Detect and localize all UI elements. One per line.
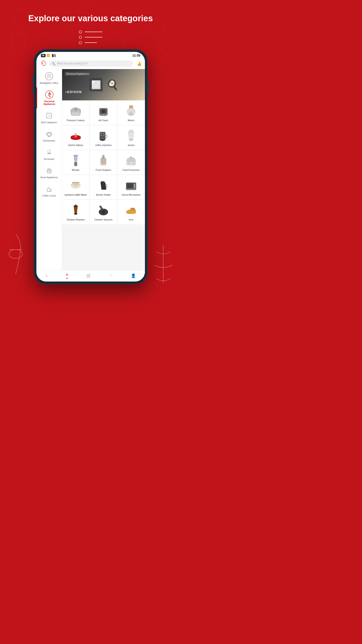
sidebar-item-home[interactable]: Home Appliances [36, 164, 62, 182]
svg-point-77 [75, 204, 76, 206]
svg-text:%: % [48, 75, 50, 77]
profile-nav-icon: 👤 [131, 273, 136, 278]
svg-point-79 [102, 210, 105, 214]
sidebar-item-offers[interactable]: % Alsaifgallery Offers [36, 69, 62, 88]
banner[interactable]: 🔲 🍳 Electrical Appliances EEDISON [62, 69, 145, 100]
bullet-item-3 [79, 41, 103, 44]
sidebar-item-serveware[interactable]: Serveware [36, 145, 62, 164]
product-label-electric-bakers: Electric Bakers [68, 144, 83, 147]
sidebar-label-home: Home Appliances [40, 176, 58, 179]
sidebar-label-offers: Alsaifgallery Offers [40, 82, 58, 84]
page-title: Explore our various categories [9, 14, 172, 24]
bullet-circle-2 [79, 36, 82, 39]
product-label-irons: irons [129, 218, 134, 221]
product-electric-bakers[interactable]: Electric Bakers [62, 125, 90, 150]
svg-point-6 [42, 62, 43, 64]
bullet-circle-3 [79, 41, 82, 44]
home-appliances-icon [45, 166, 54, 175]
nav-cart[interactable]: 🛒 [86, 273, 91, 278]
bullet-item-1 [79, 30, 103, 34]
sidebar-item-electrical[interactable]: Electrical Appliances [36, 88, 62, 108]
svg-rect-48 [74, 162, 77, 166]
product-ovens-microwaves[interactable]: Ovens Microwaves [118, 175, 145, 200]
product-label-coffee-machines: coffee machines [95, 144, 112, 147]
phone-screen: 98 📶 ▐▌▌ 11:05 🔍 What are you looking fo… [36, 52, 145, 282]
kitchenware-icon [45, 130, 54, 138]
product-label-grinders-roasters: Grinders Roasters [67, 218, 85, 221]
svg-point-72 [134, 184, 135, 185]
svg-point-81 [128, 212, 129, 213]
product-label-juicers: Juicers [128, 144, 135, 147]
app-logo [40, 60, 47, 67]
product-label-blender: Blender [72, 168, 79, 172]
bullet-list [79, 30, 103, 46]
nav-home[interactable]: ⌂ [45, 273, 48, 278]
phone-wrapper: 98 📶 ▐▌▌ 11:05 🔍 What are you looking fo… [34, 49, 148, 284]
nav-menu[interactable]: ≡ [66, 272, 68, 279]
sidebar-item-coffee[interactable]: Coffee Lovers [36, 182, 62, 200]
volume-down-button [32, 86, 34, 94]
product-juicers[interactable]: Juicers [118, 125, 145, 150]
offers-icon: % [45, 72, 54, 81]
svg-point-59 [128, 163, 130, 164]
svg-point-39 [75, 135, 77, 138]
cart-nav-icon: 🛒 [86, 273, 91, 278]
banner-label: Electrical Appliances [65, 72, 91, 76]
best-icon [45, 111, 54, 120]
search-input[interactable]: 🔍 What are you looking for? [49, 60, 133, 67]
svg-point-46 [129, 139, 133, 141]
bullet-line-1 [85, 32, 103, 32]
irons-image [124, 202, 139, 217]
svg-rect-62 [72, 182, 79, 183]
svg-point-10 [48, 93, 49, 94]
sidebar-item-best[interactable]: Best Categories [36, 108, 62, 127]
blender-image [69, 153, 83, 167]
product-canister-vacuums[interactable]: Canister Vacuums [90, 200, 117, 224]
product-blender[interactable]: Blender [62, 150, 90, 175]
product-label-canister-vacuums: Canister Vacuums [94, 218, 113, 221]
signal-icon: ▐▌▌ [51, 54, 56, 57]
sidebar-item-kitchenware[interactable]: Kitchenware [36, 127, 62, 145]
bullet-item-2 [79, 36, 103, 39]
svg-point-29 [103, 110, 104, 112]
serveware-icon [45, 148, 54, 157]
svg-point-35 [128, 113, 134, 116]
product-coffee-machines[interactable]: coffee machines [90, 125, 117, 150]
nav-favorites[interactable]: ♡ [109, 273, 113, 278]
product-food-choppers[interactable]: Food Choppers [90, 150, 117, 175]
product-label-sandwich-waffle: sandwich waffle Maker [65, 194, 87, 196]
nav-profile[interactable]: 👤 [131, 273, 136, 278]
coffee-icon [45, 184, 54, 194]
product-sandwich-waffle[interactable]: sandwich waffle Maker [62, 175, 90, 200]
product-air-fryers[interactable]: Air Fryers [90, 100, 117, 125]
mixers-image [124, 103, 139, 118]
product-food-processors[interactable]: Food Processors [118, 150, 145, 175]
product-irons[interactable]: irons [118, 200, 145, 224]
status-bar: 98 📶 ▐▌▌ 11:05 [36, 52, 145, 58]
food-choppers-image [96, 153, 111, 167]
sidebar-label-electrical: Electrical Appliances [39, 100, 60, 106]
air-fryers-image [96, 103, 111, 118]
svg-point-82 [131, 212, 132, 213]
nav-active-indicator [67, 278, 68, 279]
bottom-navigation: ⌂ ≡ 🛒 ♡ 👤 [36, 270, 145, 282]
sidebar: % Alsaifgallery Offers [36, 69, 62, 270]
svg-rect-14 [48, 136, 50, 137]
grinders-roasters-image [69, 202, 83, 217]
product-pressure-cookers[interactable]: Pressure Cookers [62, 100, 90, 125]
product-mixers[interactable]: Mixers [118, 100, 145, 125]
bullet-circle-1 [79, 30, 82, 34]
pressure-cookers-image [69, 103, 83, 118]
banner-brand: EEDISON [65, 90, 82, 94]
svg-point-25 [75, 109, 76, 110]
product-grinders-roasters[interactable]: Grinders Roasters [62, 200, 90, 224]
electrical-icon [45, 90, 54, 99]
svg-point-73 [134, 186, 135, 187]
phone-frame: 98 📶 ▐▌▌ 11:05 🔍 What are you looking fo… [34, 49, 148, 284]
electric-bakers-image [69, 128, 83, 142]
notification-bell-icon[interactable]: 🔔 [137, 62, 142, 66]
product-label-pressure-cookers: Pressure Cookers [67, 119, 85, 122]
product-label-mixers: Mixers [128, 119, 134, 122]
product-grid: Pressure Cookers [62, 100, 145, 224]
product-electric-kettles[interactable]: Electric Kettles [90, 175, 117, 200]
